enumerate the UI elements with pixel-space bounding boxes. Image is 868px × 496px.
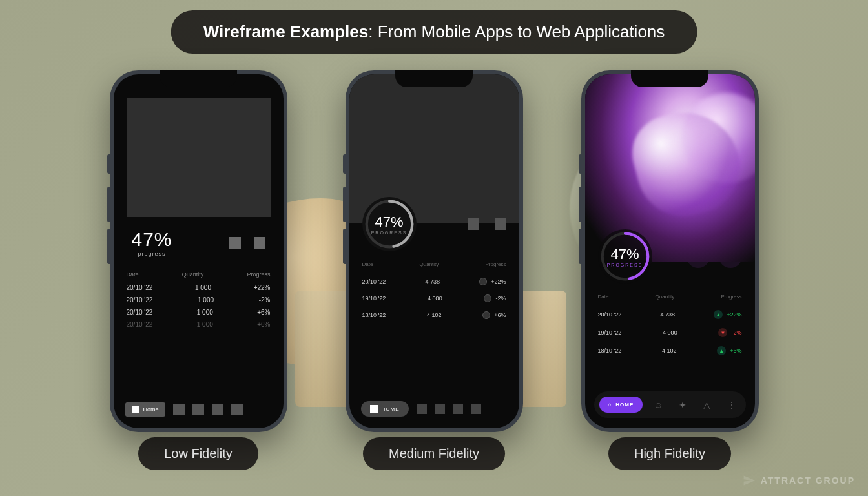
low-fidelity-column: 47% progress Date Quantity Progress 20/1… — [110, 70, 287, 470]
progress-percent: 47% — [610, 246, 639, 263]
home-button[interactable]: ⌂HOME — [599, 397, 643, 413]
fidelity-label: Low Fidelity — [138, 437, 258, 470]
nav-item-placeholder[interactable] — [471, 404, 481, 414]
progress-ring: 47% PROGRESS — [598, 229, 652, 284]
fidelity-label: High Fidelity — [608, 437, 731, 470]
medium-fidelity-column: 47% PROGRESS Date Quantity Progress 20/1… — [346, 70, 523, 470]
nav-more-icon[interactable]: ⋮ — [723, 400, 741, 410]
nav-item-placeholder[interactable] — [417, 404, 427, 414]
col-progress: Progress — [485, 262, 506, 267]
table-row: 20/10 '221 000+6% — [127, 306, 271, 318]
bottom-nav: HOME — [349, 393, 519, 428]
col-quantity: Quantity — [182, 271, 204, 278]
nav-item-placeholder[interactable] — [173, 404, 185, 415]
stats-row: 47% progress — [114, 229, 284, 257]
col-quantity: Quantity — [420, 262, 439, 267]
nav-smile-icon[interactable]: ☺ — [649, 400, 667, 410]
nav-item-placeholder[interactable] — [435, 404, 445, 414]
table-row: 20/10 '221 000-2% — [127, 294, 271, 306]
bottom-nav: ⌂HOME ☺ ✦ △ ⋮ — [594, 391, 746, 418]
trend-up-icon: ▲ — [714, 310, 723, 319]
notch — [631, 70, 708, 87]
data-table: Date Quantity Progress 20/10 '224 738+22… — [349, 262, 519, 324]
table-header: Date Quantity Progress — [362, 262, 506, 273]
col-progress: Progress — [721, 294, 741, 300]
home-icon — [370, 405, 378, 413]
progress-percent: 47% — [375, 214, 403, 231]
notch — [160, 70, 237, 87]
col-date: Date — [598, 294, 609, 300]
phones-row: 47% progress Date Quantity Progress 20/1… — [0, 0, 868, 496]
home-button[interactable]: Home — [125, 402, 165, 417]
table-row: 20/10 '221 000+6% — [127, 318, 271, 331]
col-date: Date — [127, 271, 139, 278]
data-table: Date Quantity Progress 20/10 '221 000+22… — [114, 269, 284, 331]
phone-frame-medium: 47% PROGRESS Date Quantity Progress 20/1… — [346, 70, 523, 432]
progress-label: progress — [132, 251, 172, 257]
col-quantity: Quantity — [656, 294, 675, 300]
phone-frame-high: 47% PROGRESS ⚡ ↻ Date Quantity Progress … — [581, 70, 759, 432]
progress-value: 47% progress — [132, 229, 172, 257]
stats-row: 47% PROGRESS — [349, 197, 519, 251]
table-header: Date Quantity Progress — [598, 294, 742, 305]
progress-label: PROGRESS — [607, 263, 643, 267]
table-header: Date Quantity Progress — [127, 269, 271, 282]
screen-low: 47% progress Date Quantity Progress 20/1… — [114, 74, 284, 428]
nav-item-placeholder[interactable] — [212, 404, 223, 415]
data-table: Date Quantity Progress 20/10 '224 738▲+2… — [585, 294, 755, 360]
col-progress: Progress — [247, 271, 270, 278]
table-row: 19/10 '224 000▼-2% — [598, 324, 742, 342]
notch — [395, 70, 473, 87]
table-row: 19/10 '224 000-2% — [362, 290, 506, 307]
home-icon — [132, 406, 140, 413]
bottom-nav: Home — [114, 395, 284, 428]
paper-plane-icon — [743, 474, 756, 487]
action-placeholder-1[interactable] — [468, 218, 479, 230]
screen-medium: 47% PROGRESS Date Quantity Progress 20/1… — [349, 74, 519, 428]
table-row: 20/10 '221 000+22% — [127, 282, 271, 294]
action-placeholder-2[interactable] — [254, 237, 265, 249]
nav-item-placeholder[interactable] — [231, 404, 243, 415]
action-placeholder-2[interactable] — [495, 218, 506, 230]
action-placeholders — [229, 237, 265, 249]
trend-dot — [482, 311, 490, 319]
nav-sparkle-icon[interactable]: ✦ — [674, 400, 692, 410]
watermark-text: ATTRACT GROUP — [761, 475, 855, 486]
nav-item-placeholder[interactable] — [192, 404, 204, 415]
high-fidelity-column: 47% PROGRESS ⚡ ↻ Date Quantity Progress … — [581, 70, 759, 470]
action-placeholder-1[interactable] — [229, 237, 241, 249]
home-button[interactable]: HOME — [361, 401, 409, 417]
progress-percent: 47% — [132, 229, 172, 251]
progress-label: PROGRESS — [371, 231, 408, 235]
phone-frame-low: 47% progress Date Quantity Progress 20/1… — [110, 70, 287, 432]
table-row: 18/10 '224 102+6% — [362, 307, 506, 324]
image-placeholder — [127, 98, 271, 217]
table-row: 20/10 '224 738▲+22% — [598, 305, 742, 324]
col-date: Date — [362, 262, 373, 267]
screen-high: 47% PROGRESS ⚡ ↻ Date Quantity Progress … — [585, 74, 755, 428]
table-row: 20/10 '224 738+22% — [362, 273, 506, 290]
watermark: ATTRACT GROUP — [743, 474, 855, 487]
trend-up-icon: ▲ — [717, 346, 726, 355]
progress-ring: 47% PROGRESS — [362, 197, 417, 251]
trend-dot — [484, 294, 491, 302]
trend-dot — [479, 278, 487, 285]
trend-down-icon: ▼ — [718, 328, 727, 337]
nav-item-placeholder[interactable] — [453, 404, 463, 414]
table-row: 18/10 '224 102▲+6% — [598, 342, 742, 360]
fidelity-label: Medium Fidelity — [363, 437, 505, 470]
home-icon: ⌂ — [608, 402, 612, 408]
nav-bell-icon[interactable]: △ — [698, 400, 716, 410]
